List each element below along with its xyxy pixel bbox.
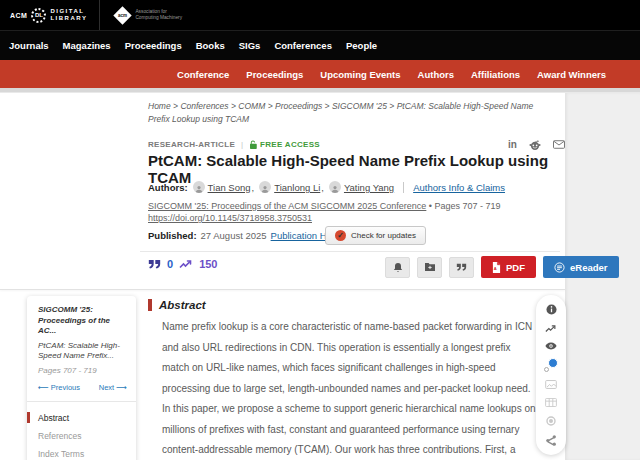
reddit-icon[interactable] — [529, 140, 541, 150]
author-item: Yating Yang — [329, 181, 394, 193]
authors-row: Authors: Tian Song, Tianlong Li, Yating … — [148, 181, 505, 193]
author-item: Tianlong Li, — [259, 181, 324, 193]
pages-label: Pages 707 - 719 — [435, 201, 501, 211]
breadcrumb-comm[interactable]: COMM — [238, 101, 265, 111]
downloads-trend-icon — [179, 259, 193, 269]
acm-association-logo[interactable]: acm Association forComputing Machinery — [100, 9, 182, 22]
tables-icon[interactable] — [545, 398, 557, 407]
doi-row: https://doi.org/10.1145/3718958.3750531 — [148, 213, 312, 223]
top-header: ACM DL DIGITALLIBRARY acm Association fo… — [0, 0, 640, 30]
metrics-row: 0 150 — [148, 258, 217, 270]
breadcrumb-sigcomm25[interactable]: SIGCOMM '25 — [332, 101, 387, 111]
author-link-yating-yang[interactable]: Yating Yang — [344, 182, 394, 193]
author-link-tianlong-li[interactable]: Tianlong Li — [274, 182, 320, 193]
sidebar-item-index-terms[interactable]: Index Terms — [38, 445, 127, 460]
linkedin-icon[interactable]: in — [508, 139, 517, 150]
published-row: Published: 27 August 2025 Publication Hi… — [148, 230, 349, 241]
venue-bullet: • — [429, 201, 432, 211]
conf-nav-authors[interactable]: Authors — [418, 69, 454, 80]
doi-link[interactable]: https://doi.org/10.1145/3718958.3750531 — [148, 213, 312, 223]
avatar — [259, 181, 271, 193]
save-to-binder-button[interactable] — [417, 257, 442, 278]
abstract-text: Name prefix lookup is a core characteris… — [162, 317, 537, 460]
article-sidebar-card: SIGCOMM '25: Proceedings of the AC... Pt… — [27, 296, 136, 460]
pdf-button[interactable]: A PDF — [481, 256, 536, 278]
sidebar-venue-title[interactable]: SIGCOMM '25: Proceedings of the AC... — [38, 305, 127, 337]
sidebar-divider — [27, 401, 136, 402]
conf-nav-proceedings[interactable]: Proceedings — [246, 69, 303, 80]
breadcrumb-separator: > — [389, 101, 394, 111]
nav-item-sigs[interactable]: SIGs — [239, 40, 261, 51]
pager: ⟵ Previous Next ⟶ — [38, 383, 127, 392]
conference-nav: Conference Proceedings Upcoming Events A… — [0, 60, 640, 88]
meta-separator: | — [241, 140, 243, 149]
authors-divider — [403, 182, 404, 193]
metrics-icon[interactable] — [545, 324, 557, 333]
ereader-button[interactable]: eReader — [543, 256, 619, 278]
alerts-button[interactable] — [385, 257, 410, 278]
nav-item-proceedings[interactable]: Proceedings — [125, 40, 182, 51]
header-bottom-strip — [0, 88, 640, 93]
nav-item-conferences[interactable]: Conferences — [274, 40, 332, 51]
breadcrumb-separator: > — [268, 101, 273, 111]
breadcrumb-home[interactable]: Home — [148, 101, 171, 111]
citation-count[interactable]: 0 — [167, 258, 173, 270]
next-button[interactable]: Next ⟶ — [99, 383, 127, 392]
right-arrow-icon: ⟶ — [116, 383, 127, 392]
check-for-updates-button[interactable]: ✓ Check for updates — [325, 226, 426, 245]
view-options-icon[interactable] — [545, 342, 557, 350]
main-nav: Journals Magazines Proceedings Books SIG… — [0, 30, 640, 60]
divider — [140, 251, 560, 252]
nav-item-books[interactable]: Books — [196, 40, 225, 51]
nav-item-people[interactable]: People — [346, 40, 377, 51]
section-divider — [0, 289, 565, 290]
previous-button[interactable]: ⟵ Previous — [38, 383, 80, 392]
share-icon[interactable] — [546, 435, 556, 446]
breadcrumb-conferences[interactable]: Conferences — [180, 101, 228, 111]
quote-icon — [456, 263, 467, 271]
citation-badge-icon[interactable] — [545, 359, 557, 371]
information-icon[interactable] — [546, 304, 557, 315]
venue-link[interactable]: SIGCOMM '25: Proceedings of the ACM SIGC… — [148, 201, 426, 211]
sidebar-item-references[interactable]: References — [38, 427, 127, 445]
pdf-label: PDF — [506, 262, 525, 273]
svg-text:A: A — [494, 266, 497, 271]
downloads-count[interactable]: 150 — [199, 258, 217, 270]
conf-nav-affiliations[interactable]: Affiliations — [471, 69, 520, 80]
bell-icon — [393, 262, 403, 273]
conf-nav-award-winners[interactable]: Award Winners — [537, 69, 606, 80]
ereader-label: eReader — [570, 262, 608, 273]
nav-item-journals[interactable]: Journals — [9, 40, 49, 51]
author-item: Tian Song, — [193, 181, 255, 193]
crossmark-icon: ✓ — [335, 230, 346, 241]
cite-button[interactable] — [449, 257, 474, 278]
author-separator: , — [252, 182, 255, 193]
email-icon[interactable] — [553, 140, 565, 149]
citations-icon — [148, 259, 161, 269]
breadcrumb-separator: > — [173, 101, 178, 111]
avatar — [193, 181, 205, 193]
sidebar-item-abstract[interactable]: Abstract — [38, 409, 127, 427]
conf-nav-upcoming-events[interactable]: Upcoming Events — [320, 69, 400, 80]
figures-icon[interactable] — [545, 380, 557, 389]
free-access-badge: FREE ACCESS — [249, 140, 320, 149]
article-tools-toolbar — [536, 295, 566, 455]
breadcrumb-separator: > — [325, 101, 330, 111]
lock-open-icon — [249, 140, 257, 149]
article-type-label: RESEARCH-ARTICLE — [148, 140, 235, 149]
dl-gear-icon: DL — [31, 8, 46, 23]
acm-dl-logo[interactable]: ACM DL DIGITALLIBRARY — [0, 0, 99, 30]
media-icon[interactable] — [546, 416, 556, 426]
published-label: Published: — [148, 230, 197, 241]
ereader-icon — [554, 262, 565, 273]
folder-plus-icon — [424, 262, 436, 272]
check-for-updates-label: Check for updates — [351, 231, 416, 240]
author-link-tian-song[interactable]: Tian Song — [208, 182, 251, 193]
left-arrow-icon: ⟵ — [38, 383, 49, 392]
breadcrumb-proceedings[interactable]: Proceedings — [275, 101, 322, 111]
authors-info-claims-link[interactable]: Authors Info & Claims — [413, 182, 505, 193]
conf-nav-conference[interactable]: Conference — [177, 69, 229, 80]
share-icons: in — [508, 139, 565, 150]
nav-item-magazines[interactable]: Magazines — [63, 40, 111, 51]
venue-row: SIGCOMM '25: Proceedings of the ACM SIGC… — [148, 201, 501, 211]
